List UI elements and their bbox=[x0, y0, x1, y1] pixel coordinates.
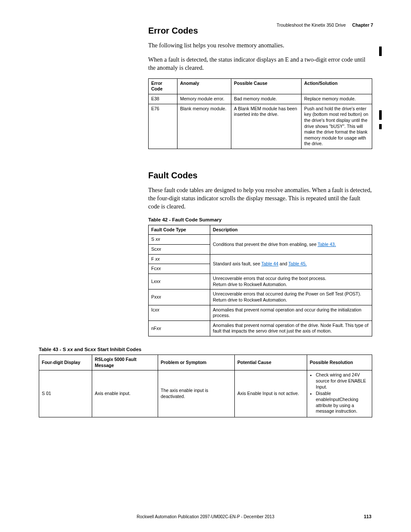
th-cause: Potential Cause bbox=[235, 355, 307, 370]
table-row: S 01 Axis enable input. The axis enable … bbox=[39, 370, 372, 417]
cell: Anomalies that prevent normal operation … bbox=[210, 320, 372, 336]
cell: Memory module error. bbox=[177, 94, 231, 104]
cell: Standard axis fault, see Table 44 and Ta… bbox=[210, 254, 372, 274]
page: Troubleshoot the Kinetix 350 Drive Chapt… bbox=[0, 0, 411, 532]
cell: Scxx bbox=[149, 245, 210, 255]
cell: The axis enable input is deactivated. bbox=[158, 370, 235, 417]
cell: Unrecoverable errors that occur during t… bbox=[210, 274, 372, 289]
cell: Push and hold the drive's enter key (bot… bbox=[302, 104, 372, 149]
th-anomaly: Anomaly bbox=[177, 78, 231, 94]
running-header: Troubleshoot the Kinetix 350 Drive Chapt… bbox=[277, 22, 373, 28]
body-paragraph: The following list helps you resolve mem… bbox=[148, 42, 372, 50]
cell: Pxxx bbox=[149, 289, 210, 305]
th-type: Fault Code Type bbox=[149, 225, 210, 235]
body-paragraph: These fault code tables are designed to … bbox=[148, 187, 372, 211]
breadcrumb: Troubleshoot the Kinetix 350 Drive bbox=[277, 22, 346, 28]
link-table-45[interactable]: Table 45. bbox=[288, 261, 307, 266]
cell: Conditions that prevent the drive from e… bbox=[210, 235, 372, 254]
table-caption: Table 42 - Fault Code Summary bbox=[148, 217, 372, 222]
th-display: Four-digit Display bbox=[39, 355, 92, 370]
table-row: nFxx Anomalies that prevent normal opera… bbox=[149, 320, 372, 336]
inhibit-codes-section: Table 43 - S xx and Scxx Start Inhibit C… bbox=[39, 347, 372, 417]
cell: Axis enable input. bbox=[92, 370, 158, 417]
cell: F xx bbox=[149, 254, 210, 264]
page-number: 113 bbox=[364, 514, 371, 519]
table-row: Pxxx Unrecoverable errors that occurred … bbox=[149, 289, 372, 305]
section-heading: Fault Codes bbox=[148, 171, 372, 180]
footer-publication: Rockwell Automation Publication 2097-UM0… bbox=[0, 514, 411, 519]
link-table-43[interactable]: Table 43. bbox=[318, 242, 336, 247]
cell: Check wiring and 24V source for drive EN… bbox=[307, 370, 372, 417]
chapter-label: Chapter 7 bbox=[352, 22, 373, 28]
cell: nFxx bbox=[149, 320, 210, 336]
th-desc: Description bbox=[210, 225, 372, 235]
table-row: E76 Blank memory module. A Blank MEM mod… bbox=[149, 104, 372, 149]
cell: Fcxx bbox=[149, 264, 210, 274]
fault-codes-section: Fault Codes These fault code tables are … bbox=[148, 171, 372, 336]
cell: Anomalies that prevent normal operation … bbox=[210, 305, 372, 320]
th-resolution: Possible Resolution bbox=[307, 355, 372, 370]
th-error-code: Error Code bbox=[149, 78, 177, 94]
th-cause: Possible Cause bbox=[231, 78, 302, 94]
cell: A Blank MEM module has been inserted int… bbox=[231, 104, 302, 149]
error-code-table: Error Code Anomaly Possible Cause Action… bbox=[148, 78, 372, 149]
cell: Blank memory module. bbox=[177, 104, 231, 149]
table-caption: Table 43 - S xx and Scxx Start Inhibit C… bbox=[39, 347, 372, 352]
error-codes-section: Error Codes The following list helps you… bbox=[148, 26, 372, 149]
cell: S 01 bbox=[39, 370, 92, 417]
inhibit-codes-table: Four-digit Display RSLogix 5000 Fault Me… bbox=[39, 355, 372, 417]
cell: Unrecoverable errors that occurred durin… bbox=[210, 289, 372, 305]
body-paragraph: When a fault is detected, the status ind… bbox=[148, 56, 372, 72]
link-table-44[interactable]: Table 44 bbox=[261, 261, 278, 266]
cell: E76 bbox=[149, 104, 177, 149]
th-action: Action/Solution bbox=[302, 78, 372, 94]
table-row: E38 Memory module error. Bad memory modu… bbox=[149, 94, 372, 104]
change-bar bbox=[379, 124, 382, 129]
cell: Bad memory module. bbox=[231, 94, 302, 104]
cell: Axis Enable Input is not active. bbox=[235, 370, 307, 417]
table-row: F xx Standard axis fault, see Table 44 a… bbox=[149, 254, 372, 264]
cell: Lxxx bbox=[149, 274, 210, 289]
cell: S xx bbox=[149, 235, 210, 245]
resolution-item: Disable enableInputChecking attribute by… bbox=[316, 391, 369, 414]
change-bar bbox=[379, 110, 382, 120]
th-problem: Problem or Symptom bbox=[158, 355, 235, 370]
change-bar bbox=[379, 47, 382, 56]
cell: Replace memory module. bbox=[302, 94, 372, 104]
cell: Icxx bbox=[149, 305, 210, 320]
table-row: Icxx Anomalies that prevent normal opera… bbox=[149, 305, 372, 320]
fault-summary-table: Fault Code Type Description S xx Conditi… bbox=[148, 225, 372, 336]
resolution-item: Check wiring and 24V source for drive EN… bbox=[316, 372, 369, 390]
th-msg: RSLogix 5000 Fault Message bbox=[92, 355, 158, 370]
cell: E38 bbox=[149, 94, 177, 104]
table-row: S xx Conditions that prevent the drive f… bbox=[149, 235, 372, 245]
table-row: Lxxx Unrecoverable errors that occur dur… bbox=[149, 274, 372, 289]
